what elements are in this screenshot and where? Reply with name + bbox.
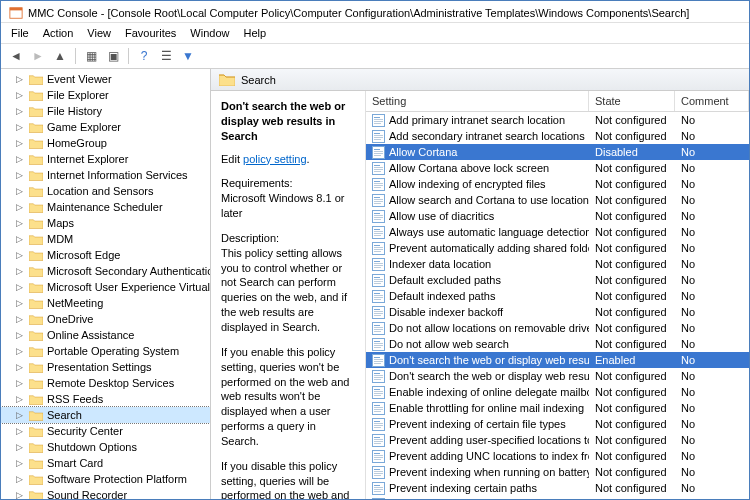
setting-row[interactable]: Prevent adding user-specified locations …	[366, 432, 749, 448]
col-comment[interactable]: Comment	[675, 91, 749, 111]
expand-icon[interactable]: ▷	[15, 283, 24, 292]
tree-item[interactable]: ▷Smart Card	[1, 455, 210, 471]
setting-row[interactable]: Allow CortanaDisabledNo	[366, 144, 749, 160]
tree-item[interactable]: ▷Microsoft Edge	[1, 247, 210, 263]
forward-button[interactable]: ►	[29, 47, 47, 65]
menu-favourites[interactable]: Favourites	[119, 25, 182, 41]
expand-icon[interactable]: ▷	[15, 395, 24, 404]
setting-row[interactable]: Allow search and Cortana to use location…	[366, 192, 749, 208]
tree-item[interactable]: ▷Search	[1, 407, 210, 423]
tree-item[interactable]: ▷Location and Sensors	[1, 183, 210, 199]
expand-icon[interactable]: ▷	[15, 299, 24, 308]
setting-row[interactable]: Prevent adding UNC locations to index fr…	[366, 448, 749, 464]
menu-action[interactable]: Action	[37, 25, 80, 41]
expand-icon[interactable]: ▷	[15, 315, 24, 324]
expand-icon[interactable]: ▷	[15, 123, 24, 132]
col-state[interactable]: State	[589, 91, 675, 111]
tree-item[interactable]: ▷Security Center	[1, 423, 210, 439]
setting-row[interactable]: Disable indexer backoffNot configuredNo	[366, 304, 749, 320]
tree-item[interactable]: ▷Game Explorer	[1, 119, 210, 135]
tree-item[interactable]: ▷Internet Explorer	[1, 151, 210, 167]
setting-row[interactable]: Prevent automatically adding shared fold…	[366, 240, 749, 256]
filter-button[interactable]: ▼	[179, 47, 197, 65]
menu-help[interactable]: Help	[237, 25, 272, 41]
expand-icon[interactable]: ▷	[15, 187, 24, 196]
expand-icon[interactable]: ▷	[15, 251, 24, 260]
tree-item[interactable]: ▷HomeGroup	[1, 135, 210, 151]
setting-row[interactable]: Prevent indexing when running on battery…	[366, 464, 749, 480]
expand-icon[interactable]: ▷	[15, 491, 24, 500]
expand-icon[interactable]: ▷	[15, 331, 24, 340]
expand-icon[interactable]: ▷	[15, 139, 24, 148]
tree-item[interactable]: ▷Software Protection Platform	[1, 471, 210, 487]
tree-item[interactable]: ▷Microsoft User Experience Virtualizatio…	[1, 279, 210, 295]
col-setting[interactable]: Setting	[366, 91, 589, 111]
column-headers[interactable]: Setting State Comment	[366, 91, 749, 112]
settings-list[interactable]: Add primary intranet search locationNot …	[366, 112, 749, 499]
setting-row[interactable]: Do not allow web searchNot configuredNo	[366, 336, 749, 352]
setting-row[interactable]: Don't search the web or display web resu…	[366, 352, 749, 368]
setting-row[interactable]: Prevent indexing certain pathsNot config…	[366, 480, 749, 496]
setting-row[interactable]: Always use automatic language detection …	[366, 224, 749, 240]
new-window-button[interactable]: ▣	[104, 47, 122, 65]
tree-pane[interactable]: ▷Event Viewer▷File Explorer▷File History…	[1, 69, 211, 499]
expand-icon[interactable]: ▷	[15, 155, 24, 164]
tree-item[interactable]: ▷Microsoft Secondary Authentication Fact…	[1, 263, 210, 279]
expand-icon[interactable]: ▷	[15, 475, 24, 484]
show-hide-button[interactable]: ▦	[82, 47, 100, 65]
help-button[interactable]: ?	[135, 47, 153, 65]
tree-item[interactable]: ▷File Explorer	[1, 87, 210, 103]
tree-item[interactable]: ▷OneDrive	[1, 311, 210, 327]
tree-item[interactable]: ▷Event Viewer	[1, 71, 210, 87]
expand-icon[interactable]: ▷	[15, 427, 24, 436]
properties-button[interactable]: ☰	[157, 47, 175, 65]
tree-item[interactable]: ▷Maintenance Scheduler	[1, 199, 210, 215]
setting-row[interactable]: Default indexed pathsNot configuredNo	[366, 288, 749, 304]
expand-icon[interactable]: ▷	[15, 91, 24, 100]
tree-item[interactable]: ▷Shutdown Options	[1, 439, 210, 455]
expand-icon[interactable]: ▷	[15, 235, 24, 244]
expand-icon[interactable]: ▷	[15, 443, 24, 452]
setting-row[interactable]: Don't search the web or display web resu…	[366, 368, 749, 384]
setting-row[interactable]: Allow Cortana above lock screenNot confi…	[366, 160, 749, 176]
tree-item[interactable]: ▷Portable Operating System	[1, 343, 210, 359]
setting-row[interactable]: Allow use of diacriticsNot configuredNo	[366, 208, 749, 224]
expand-icon[interactable]: ▷	[15, 75, 24, 84]
menu-file[interactable]: File	[5, 25, 35, 41]
setting-row[interactable]: Indexer data locationNot configuredNo	[366, 256, 749, 272]
setting-row[interactable]: Add secondary intranet search locationsN…	[366, 128, 749, 144]
tree-item[interactable]: ▷Maps	[1, 215, 210, 231]
tree-item[interactable]: ▷Presentation Settings	[1, 359, 210, 375]
tree-item[interactable]: ▷Internet Information Services	[1, 167, 210, 183]
back-button[interactable]: ◄	[7, 47, 25, 65]
setting-row[interactable]: Enable throttling for online mail indexi…	[366, 400, 749, 416]
up-button[interactable]: ▲	[51, 47, 69, 65]
expand-icon[interactable]: ▷	[15, 459, 24, 468]
setting-row[interactable]: Add primary intranet search locationNot …	[366, 112, 749, 128]
expand-icon[interactable]: ▷	[15, 347, 24, 356]
expand-icon[interactable]: ▷	[15, 203, 24, 212]
expand-icon[interactable]: ▷	[15, 267, 24, 276]
expand-icon[interactable]: ▷	[15, 219, 24, 228]
expand-icon[interactable]: ▷	[15, 363, 24, 372]
setting-row[interactable]: Enable indexing of online delegate mailb…	[366, 384, 749, 400]
tree-item[interactable]: ▷Sound Recorder	[1, 487, 210, 499]
menu-window[interactable]: Window	[184, 25, 235, 41]
tree-item[interactable]: ▷NetMeeting	[1, 295, 210, 311]
expand-icon[interactable]: ▷	[15, 411, 24, 420]
tree-item[interactable]: ▷File History	[1, 103, 210, 119]
expand-icon[interactable]: ▷	[15, 379, 24, 388]
expand-icon[interactable]: ▷	[15, 171, 24, 180]
tree-item[interactable]: ▷Online Assistance	[1, 327, 210, 343]
expand-icon[interactable]: ▷	[15, 107, 24, 116]
menu-view[interactable]: View	[81, 25, 117, 41]
tree-item[interactable]: ▷MDM	[1, 231, 210, 247]
setting-row[interactable]: Default excluded pathsNot configuredNo	[366, 272, 749, 288]
tree-item[interactable]: ▷RSS Feeds	[1, 391, 210, 407]
tree-item[interactable]: ▷Remote Desktop Services	[1, 375, 210, 391]
setting-row[interactable]: Do not allow locations on removable driv…	[366, 320, 749, 336]
setting-row[interactable]: Allow indexing of encrypted filesNot con…	[366, 176, 749, 192]
setting-row[interactable]: Prevent indexing of certain file typesNo…	[366, 416, 749, 432]
setting-row[interactable]: Prevent indexing e-mail attachmentsNot c…	[366, 496, 749, 499]
edit-policy-link[interactable]: policy setting	[243, 153, 307, 165]
